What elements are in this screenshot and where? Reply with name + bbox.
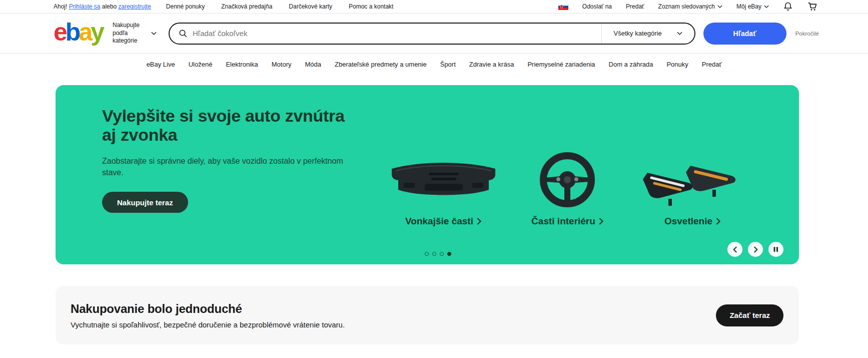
hero-title: Vylepšite si svoje auto zvnútra aj zvonk…	[102, 106, 363, 145]
hero-title-line2: aj zvonka	[102, 125, 363, 144]
notifications-bell-icon[interactable]	[783, 2, 793, 12]
search-icon	[179, 29, 188, 38]
my-ebay-dropdown[interactable]: Môj eBay	[736, 3, 769, 10]
register-link[interactable]: zaregistrujte	[118, 3, 151, 10]
hero-tile-label: Vonkajšie časti	[405, 216, 473, 227]
carousel-controls	[727, 242, 783, 257]
logo-letter: a	[79, 18, 91, 46]
promo-subtitle: Vychutnajte si spoľahlivosť, bezpečné do…	[71, 320, 799, 329]
my-ebay-label: Môj eBay	[736, 3, 761, 10]
topbar-link-brand-outlet[interactable]: Značková predajňa	[221, 3, 272, 10]
hero-text-block: Vylepšite si svoje auto zvnútra aj zvonk…	[102, 106, 363, 213]
carousel-pause-button[interactable]	[768, 242, 783, 257]
main-header: ebay Nakupujte podľa kategórie Všetky ka…	[0, 14, 868, 54]
search-button[interactable]: Hľadať	[703, 23, 786, 45]
hero-title-line1: Vylepšite si svoje auto zvnútra	[102, 106, 363, 125]
carousel-dots	[425, 252, 451, 256]
ship-to-link[interactable]: Odoslať na	[582, 3, 612, 10]
carousel-dot-1[interactable]	[425, 252, 429, 256]
hero-tile-label: Osvetlenie	[664, 216, 712, 227]
chevron-down-icon	[764, 5, 769, 9]
shop-now-button[interactable]: Nakupujte teraz	[102, 192, 188, 213]
or-text: alebo	[102, 3, 117, 10]
hero-tile-exterior-parts[interactable]: Vonkajšie časti	[383, 140, 503, 227]
chevron-right-icon	[477, 218, 481, 225]
nav-item-fashion[interactable]: Móda	[305, 61, 321, 68]
logo-letter: b	[66, 18, 79, 46]
chevron-down-icon	[151, 32, 157, 36]
category-select[interactable]: Všetky kategórie	[601, 24, 694, 44]
chevron-right-icon	[753, 246, 758, 253]
greeting-text: Ahoj!	[54, 3, 67, 10]
shopping-cart-icon[interactable]	[807, 1, 818, 12]
carousel-next-button[interactable]	[748, 242, 763, 257]
category-nav: eBay Live Uložené Elektronika Motory Mód…	[0, 54, 868, 75]
logo-letter: y	[91, 18, 103, 46]
sell-link[interactable]: Predať	[626, 3, 644, 10]
chevron-down-icon	[717, 5, 722, 9]
sign-in-link[interactable]: Prihláste sa	[69, 3, 101, 10]
shop-by-category-dropdown[interactable]: Nakupujte podľa kategórie	[113, 22, 157, 45]
car-bumper-image	[390, 140, 497, 208]
nav-item-saved[interactable]: Uložené	[189, 61, 213, 68]
nav-item-electronics[interactable]: Elektronika	[226, 61, 258, 68]
ebay-logo[interactable]: ebay	[54, 20, 103, 48]
nav-item-sports[interactable]: Šport	[440, 61, 456, 68]
logo-letter: e	[54, 18, 66, 46]
greeting: Ahoj! Prihláste sa alebo zaregistrujte	[54, 3, 151, 10]
watchlist-dropdown[interactable]: Zoznam sledovaných	[658, 3, 722, 10]
slovakia-flag-icon	[558, 4, 568, 10]
carousel-dot-2[interactable]	[432, 252, 436, 256]
nav-item-home-garden[interactable]: Dom a záhrada	[609, 61, 653, 68]
chevron-right-icon	[599, 218, 603, 225]
carousel-dot-3[interactable]	[440, 252, 444, 256]
nav-item-sell[interactable]: Predať	[702, 61, 722, 68]
chevron-right-icon	[716, 218, 720, 225]
chevron-left-icon	[733, 246, 737, 253]
hero-tile-interior-parts[interactable]: Časti interiéru	[507, 140, 627, 227]
top-utility-bar: Ahoj! Prihláste sa alebo zaregistrujte D…	[0, 0, 868, 14]
start-now-button[interactable]: Začať teraz	[716, 304, 783, 326]
topbar-link-gift-cards[interactable]: Darčekové karty	[289, 3, 332, 10]
hero-tile-label: Časti interiéru	[531, 216, 595, 227]
shop-by-category-label: Nakupujte podľa kategórie	[113, 22, 148, 45]
category-select-value: Všetky kategórie	[614, 30, 662, 37]
search-bar: Všetky kategórie	[169, 23, 695, 45]
hero-tile-lighting[interactable]: Osvetlenie	[632, 140, 752, 227]
nav-item-motors[interactable]: Motory	[272, 61, 292, 68]
topbar-link-daily-deals[interactable]: Denné ponuky	[166, 3, 205, 10]
carousel-prev-button[interactable]	[727, 242, 742, 257]
pause-icon	[773, 246, 778, 252]
nav-item-ebay-live[interactable]: eBay Live	[147, 61, 175, 68]
promo-card: Nakupovanie bolo jednoduché Vychutnajte …	[56, 286, 799, 344]
promo-title: Nakupovanie bolo jednoduché	[71, 302, 799, 316]
nav-item-collectibles-art[interactable]: Zberateľské predmety a umenie	[335, 61, 427, 68]
headlights-image	[642, 140, 742, 208]
steering-wheel-image	[539, 140, 595, 208]
hero-banner: Vylepšite si svoje auto zvnútra aj zvonk…	[56, 85, 799, 264]
nav-item-health-beauty[interactable]: Zdravie a krása	[469, 61, 514, 68]
nav-item-industrial[interactable]: Priemyselné zariadenia	[527, 61, 595, 68]
watchlist-label: Zoznam sledovaných	[658, 3, 715, 10]
nav-item-deals[interactable]: Ponuky	[666, 61, 688, 68]
chevron-down-icon	[677, 32, 682, 36]
hero-subtitle: Zaobstarajte si správne diely, aby vaše …	[102, 155, 363, 178]
search-input[interactable]	[193, 29, 601, 38]
topbar-link-help-contact[interactable]: Pomoc a kontakt	[349, 3, 393, 10]
advanced-search-link[interactable]: Pokročilé	[795, 31, 819, 37]
carousel-dot-4-active[interactable]	[447, 252, 451, 256]
